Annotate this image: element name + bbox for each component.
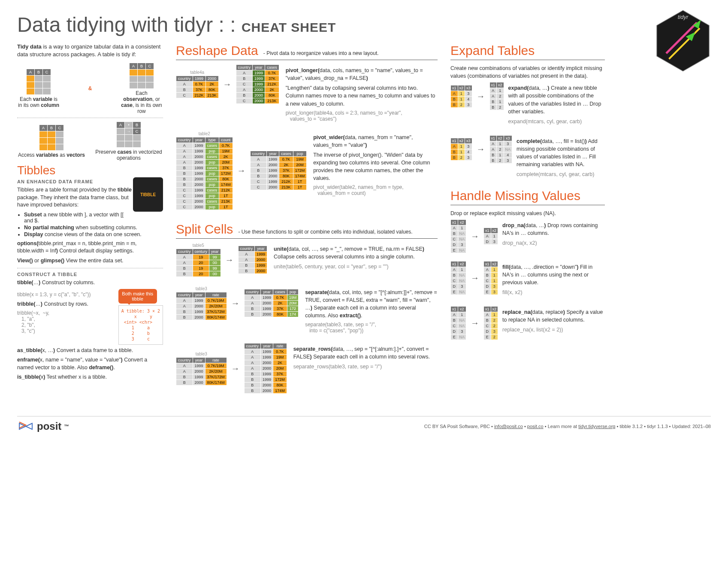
footer: posit™ CC BY SA Posit Software, PBC • in… xyxy=(17,416,711,433)
enframe-func: enframe(x, name = "name", value = "value… xyxy=(17,356,163,371)
footer-email-link[interactable]: info@posit.co xyxy=(494,424,523,429)
tidy-rule-vectors: ABC Access variables as vectors xyxy=(17,125,86,158)
expand-in: x1x2x3A13B14B23 xyxy=(450,85,472,108)
tidyr-hex-logo: tidyr xyxy=(655,9,711,73)
footer-text: CC BY SA Posit Software, PBC • info@posi… xyxy=(424,424,711,429)
callout-both-make: Both make this tibble xyxy=(118,289,157,304)
tidy-rule-cases: A•B→C Preserve cases in vectorized opera… xyxy=(94,122,163,161)
separate-rows-row: table3 countryyearrateA19990.7K/19MA2000… xyxy=(176,343,438,394)
view-func: View() or glimpse() View the entire data… xyxy=(17,257,163,265)
table5-out: countryyearA1999A2000B1999B2000 xyxy=(238,246,268,274)
intro-text: Tidy data is a way to organize tabular d… xyxy=(17,43,163,58)
arrow-icon: → xyxy=(231,364,240,374)
pivot-wider-row: table2 countryyeartypecountA1999cases0.7… xyxy=(176,131,438,210)
footer-tidyr-link[interactable]: tidyr.tidyverse.org xyxy=(578,424,615,429)
complete-row: x1x2x3A13B14B23 → x1x2x3A13A2NAB14B23 co… xyxy=(450,135,605,181)
tidy-rule-variable: ABC Each variable is in its own column xyxy=(17,69,60,108)
tribble-func: tribble(…) Construct by rows. xyxy=(17,301,114,308)
ampersand: & xyxy=(69,85,112,91)
table4a-in: country19992000A0.7K2KB37K80KC212K213K xyxy=(176,76,219,98)
construct-heading: CONSTRUCT A TIBBLE xyxy=(17,272,163,277)
expand-desc: Create new combinations of variables or … xyxy=(450,64,605,80)
table2-in: countryyeartypecountA1999cases0.7KA1999p… xyxy=(176,137,233,210)
split-desc: - Use these functions to split or combin… xyxy=(238,229,412,235)
arrow-icon: → xyxy=(477,91,485,101)
table4a-out: countryyearcasesA19990.7KB199937KC199921… xyxy=(236,64,279,104)
table2-out: countryyearcasespopA19990.7K19MA20002K20… xyxy=(250,151,307,190)
is-tibble-func: is_tibble(x) Test whether x is a tibble. xyxy=(17,374,163,381)
arrow-icon: → xyxy=(471,273,479,283)
split-heading: Split Cells xyxy=(176,222,233,237)
arrow-icon: → xyxy=(231,298,240,308)
tibble-hex-logo: TIBBLE xyxy=(133,177,163,212)
tibble-output-box: A tibble: 3 × 2 x y <int> <chr> 1 a 2 b … xyxy=(118,305,163,345)
options-func: options(tibble.print_max = n, tibble.pri… xyxy=(17,240,163,255)
tibble-func: tibble(…) Construct by columns. xyxy=(17,279,163,287)
tibbles-list: Subset a new tibble with ], a vector wit… xyxy=(24,212,163,237)
replacena-in: x1x2A1BNACNAD3ENA xyxy=(450,306,466,340)
as-tibble-func: as_tibble(x, …) Convert a data frame to … xyxy=(17,347,163,355)
missing-heading: Handle Missing Values xyxy=(450,188,605,203)
expand-heading: Expand Tables xyxy=(450,43,605,58)
tibble-example: tibble(x = 1:3, y = c("a", "b", "c")) xyxy=(17,291,114,298)
replacena-out: x1x2A1B2C2D3E2 xyxy=(483,306,498,340)
table3-in2: countryyearrateA19990.7K/19MA20002K/20MB… xyxy=(176,357,227,386)
unite-row: table5 countrycenturyyearA1999A2000B1999… xyxy=(176,243,438,277)
dropna-out: x1x2A1D3 xyxy=(483,228,498,245)
missing-desc: Drop or replace explicit missing values … xyxy=(450,210,605,217)
table3-sep-out: countryyearcasespopA19990.7K19MA20002K20… xyxy=(244,289,299,317)
arrow-icon: → xyxy=(471,231,479,241)
arrow-icon: → xyxy=(223,79,232,89)
expand-row: x1x2x3A13B14B23 → x1x2A1A2B1B2 expand(da… xyxy=(450,82,605,128)
svg-text:tidyr: tidyr xyxy=(678,14,689,20)
reshape-heading: Reshape Data xyxy=(176,43,258,58)
table3-in: countryyearrateA19990.7K/19MA20002K/20MB… xyxy=(176,292,227,320)
fill-row: x1x2A1BNACNAD3ENA → x1x2A1B1C1D3E3 fill(… xyxy=(450,261,605,299)
separate-row: table3 countryyearrateA19990.7K/19MA2000… xyxy=(176,286,438,334)
drop-na-row: x1x2A1BNACNAD3ENA → x1x2A1D3 drop_na(dat… xyxy=(450,219,605,253)
table5-in: countrycenturyyearA1999A2000B1999B2000 xyxy=(176,249,221,277)
arrow-icon: → xyxy=(225,255,234,265)
fill-in: x1x2A1BNACNAD3ENA xyxy=(450,261,466,295)
fill-out: x1x2A1B1C1D3E3 xyxy=(483,261,498,295)
table3-rows-out: countryyearrateA19990.7KA199919MA20002KA… xyxy=(244,343,287,394)
tibbles-heading: Tibbles xyxy=(17,164,163,177)
pivot-longer-row: table4a country19992000A0.7K2KB37K80KC21… xyxy=(176,64,438,122)
complete-out: x1x2x3A13A2NAB14B23 xyxy=(489,135,513,164)
arrow-icon: → xyxy=(471,318,479,328)
tidy-rule-observation: ABC Each observation, or case, is in its… xyxy=(120,63,163,114)
expand-out: x1x2A1A2B1B2 xyxy=(489,82,504,110)
page-title: Data tidying with tidyr : : CHEAT SHEET xyxy=(17,13,711,36)
arrow-icon: → xyxy=(477,144,485,154)
posit-logo: posit™ xyxy=(17,420,69,433)
reshape-desc: - Pivot data to reorganize values into a… xyxy=(263,50,379,56)
dropna-in: x1x2A1BNACNAD3ENA xyxy=(450,219,466,253)
complete-in: x1x2x3A13B14B23 xyxy=(450,138,472,161)
arrow-icon: → xyxy=(237,166,246,176)
replace-na-row: x1x2A1BNACNAD3ENA → x1x2A1B2C2D3E2 repla… xyxy=(450,306,605,340)
tribble-example: tribble(~x, ~y, 1, "a", 2, "b", 3, "c") xyxy=(17,310,114,334)
footer-posit-link[interactable]: posit.co xyxy=(527,424,544,429)
